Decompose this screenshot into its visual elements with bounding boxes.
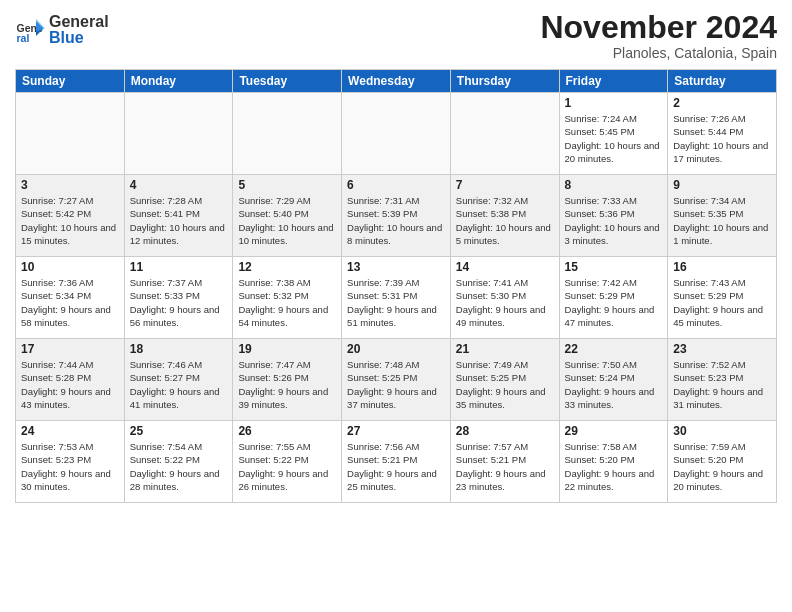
header: Gene ral General Blue November 2024 Plan… xyxy=(15,10,777,61)
calendar-week-3: 17Sunrise: 7:44 AMSunset: 5:28 PMDayligh… xyxy=(16,339,777,421)
svg-text:ral: ral xyxy=(17,32,30,44)
day-number: 18 xyxy=(130,342,228,356)
calendar-day: 22Sunrise: 7:50 AMSunset: 5:24 PMDayligh… xyxy=(559,339,668,421)
day-info: Sunrise: 7:36 AMSunset: 5:34 PMDaylight:… xyxy=(21,276,119,329)
day-info: Sunrise: 7:27 AMSunset: 5:42 PMDaylight:… xyxy=(21,194,119,247)
day-info: Sunrise: 7:52 AMSunset: 5:23 PMDaylight:… xyxy=(673,358,771,411)
calendar-day: 5Sunrise: 7:29 AMSunset: 5:40 PMDaylight… xyxy=(233,175,342,257)
col-tuesday: Tuesday xyxy=(233,70,342,93)
day-number: 19 xyxy=(238,342,336,356)
calendar-day: 6Sunrise: 7:31 AMSunset: 5:39 PMDaylight… xyxy=(342,175,451,257)
day-info: Sunrise: 7:41 AMSunset: 5:30 PMDaylight:… xyxy=(456,276,554,329)
day-number: 21 xyxy=(456,342,554,356)
day-info: Sunrise: 7:59 AMSunset: 5:20 PMDaylight:… xyxy=(673,440,771,493)
day-info: Sunrise: 7:57 AMSunset: 5:21 PMDaylight:… xyxy=(456,440,554,493)
calendar-day: 3Sunrise: 7:27 AMSunset: 5:42 PMDaylight… xyxy=(16,175,125,257)
col-sunday: Sunday xyxy=(16,70,125,93)
day-info: Sunrise: 7:24 AMSunset: 5:45 PMDaylight:… xyxy=(565,112,663,165)
day-info: Sunrise: 7:49 AMSunset: 5:25 PMDaylight:… xyxy=(456,358,554,411)
calendar-day xyxy=(450,93,559,175)
day-number: 1 xyxy=(565,96,663,110)
calendar-day: 2Sunrise: 7:26 AMSunset: 5:44 PMDaylight… xyxy=(668,93,777,175)
day-number: 28 xyxy=(456,424,554,438)
day-info: Sunrise: 7:44 AMSunset: 5:28 PMDaylight:… xyxy=(21,358,119,411)
calendar-day xyxy=(342,93,451,175)
day-number: 16 xyxy=(673,260,771,274)
day-number: 2 xyxy=(673,96,771,110)
calendar-week-0: 1Sunrise: 7:24 AMSunset: 5:45 PMDaylight… xyxy=(16,93,777,175)
calendar-day: 16Sunrise: 7:43 AMSunset: 5:29 PMDayligh… xyxy=(668,257,777,339)
calendar-day: 30Sunrise: 7:59 AMSunset: 5:20 PMDayligh… xyxy=(668,421,777,503)
day-number: 4 xyxy=(130,178,228,192)
day-info: Sunrise: 7:54 AMSunset: 5:22 PMDaylight:… xyxy=(130,440,228,493)
day-info: Sunrise: 7:55 AMSunset: 5:22 PMDaylight:… xyxy=(238,440,336,493)
day-number: 15 xyxy=(565,260,663,274)
calendar-day: 18Sunrise: 7:46 AMSunset: 5:27 PMDayligh… xyxy=(124,339,233,421)
calendar-day: 27Sunrise: 7:56 AMSunset: 5:21 PMDayligh… xyxy=(342,421,451,503)
calendar-week-1: 3Sunrise: 7:27 AMSunset: 5:42 PMDaylight… xyxy=(16,175,777,257)
calendar-day xyxy=(124,93,233,175)
day-number: 13 xyxy=(347,260,445,274)
calendar-day: 15Sunrise: 7:42 AMSunset: 5:29 PMDayligh… xyxy=(559,257,668,339)
col-saturday: Saturday xyxy=(668,70,777,93)
day-number: 27 xyxy=(347,424,445,438)
calendar-day: 26Sunrise: 7:55 AMSunset: 5:22 PMDayligh… xyxy=(233,421,342,503)
logo-general: General xyxy=(49,14,109,30)
calendar-day: 25Sunrise: 7:54 AMSunset: 5:22 PMDayligh… xyxy=(124,421,233,503)
calendar-header-row: Sunday Monday Tuesday Wednesday Thursday… xyxy=(16,70,777,93)
col-monday: Monday xyxy=(124,70,233,93)
day-info: Sunrise: 7:34 AMSunset: 5:35 PMDaylight:… xyxy=(673,194,771,247)
logo: Gene ral General Blue xyxy=(15,14,109,46)
day-number: 25 xyxy=(130,424,228,438)
calendar-day: 19Sunrise: 7:47 AMSunset: 5:26 PMDayligh… xyxy=(233,339,342,421)
day-number: 8 xyxy=(565,178,663,192)
calendar-day: 1Sunrise: 7:24 AMSunset: 5:45 PMDaylight… xyxy=(559,93,668,175)
day-number: 20 xyxy=(347,342,445,356)
day-number: 7 xyxy=(456,178,554,192)
col-thursday: Thursday xyxy=(450,70,559,93)
day-number: 23 xyxy=(673,342,771,356)
day-info: Sunrise: 7:43 AMSunset: 5:29 PMDaylight:… xyxy=(673,276,771,329)
day-number: 6 xyxy=(347,178,445,192)
col-wednesday: Wednesday xyxy=(342,70,451,93)
day-info: Sunrise: 7:31 AMSunset: 5:39 PMDaylight:… xyxy=(347,194,445,247)
calendar-day: 17Sunrise: 7:44 AMSunset: 5:28 PMDayligh… xyxy=(16,339,125,421)
day-info: Sunrise: 7:37 AMSunset: 5:33 PMDaylight:… xyxy=(130,276,228,329)
calendar-week-2: 10Sunrise: 7:36 AMSunset: 5:34 PMDayligh… xyxy=(16,257,777,339)
day-info: Sunrise: 7:26 AMSunset: 5:44 PMDaylight:… xyxy=(673,112,771,165)
calendar-day: 9Sunrise: 7:34 AMSunset: 5:35 PMDaylight… xyxy=(668,175,777,257)
day-number: 3 xyxy=(21,178,119,192)
logo-blue: Blue xyxy=(49,30,109,46)
day-info: Sunrise: 7:39 AMSunset: 5:31 PMDaylight:… xyxy=(347,276,445,329)
calendar-day: 7Sunrise: 7:32 AMSunset: 5:38 PMDaylight… xyxy=(450,175,559,257)
calendar-day: 29Sunrise: 7:58 AMSunset: 5:20 PMDayligh… xyxy=(559,421,668,503)
day-number: 14 xyxy=(456,260,554,274)
calendar-day: 20Sunrise: 7:48 AMSunset: 5:25 PMDayligh… xyxy=(342,339,451,421)
day-info: Sunrise: 7:33 AMSunset: 5:36 PMDaylight:… xyxy=(565,194,663,247)
calendar-day: 23Sunrise: 7:52 AMSunset: 5:23 PMDayligh… xyxy=(668,339,777,421)
calendar-day: 8Sunrise: 7:33 AMSunset: 5:36 PMDaylight… xyxy=(559,175,668,257)
calendar-day: 4Sunrise: 7:28 AMSunset: 5:41 PMDaylight… xyxy=(124,175,233,257)
day-info: Sunrise: 7:58 AMSunset: 5:20 PMDaylight:… xyxy=(565,440,663,493)
page-container: Gene ral General Blue November 2024 Plan… xyxy=(0,0,792,513)
day-number: 30 xyxy=(673,424,771,438)
calendar-day xyxy=(233,93,342,175)
calendar-day: 28Sunrise: 7:57 AMSunset: 5:21 PMDayligh… xyxy=(450,421,559,503)
title-block: November 2024 Planoles, Catalonia, Spain xyxy=(540,10,777,61)
day-info: Sunrise: 7:32 AMSunset: 5:38 PMDaylight:… xyxy=(456,194,554,247)
day-info: Sunrise: 7:38 AMSunset: 5:32 PMDaylight:… xyxy=(238,276,336,329)
day-number: 11 xyxy=(130,260,228,274)
calendar-day: 24Sunrise: 7:53 AMSunset: 5:23 PMDayligh… xyxy=(16,421,125,503)
day-number: 22 xyxy=(565,342,663,356)
logo-text: General Blue xyxy=(49,14,109,46)
logo-icon: Gene ral xyxy=(15,15,45,45)
svg-marker-4 xyxy=(36,19,45,32)
day-info: Sunrise: 7:56 AMSunset: 5:21 PMDaylight:… xyxy=(347,440,445,493)
calendar-day: 10Sunrise: 7:36 AMSunset: 5:34 PMDayligh… xyxy=(16,257,125,339)
day-number: 5 xyxy=(238,178,336,192)
day-info: Sunrise: 7:47 AMSunset: 5:26 PMDaylight:… xyxy=(238,358,336,411)
calendar-day xyxy=(16,93,125,175)
calendar-day: 11Sunrise: 7:37 AMSunset: 5:33 PMDayligh… xyxy=(124,257,233,339)
day-number: 26 xyxy=(238,424,336,438)
day-info: Sunrise: 7:28 AMSunset: 5:41 PMDaylight:… xyxy=(130,194,228,247)
